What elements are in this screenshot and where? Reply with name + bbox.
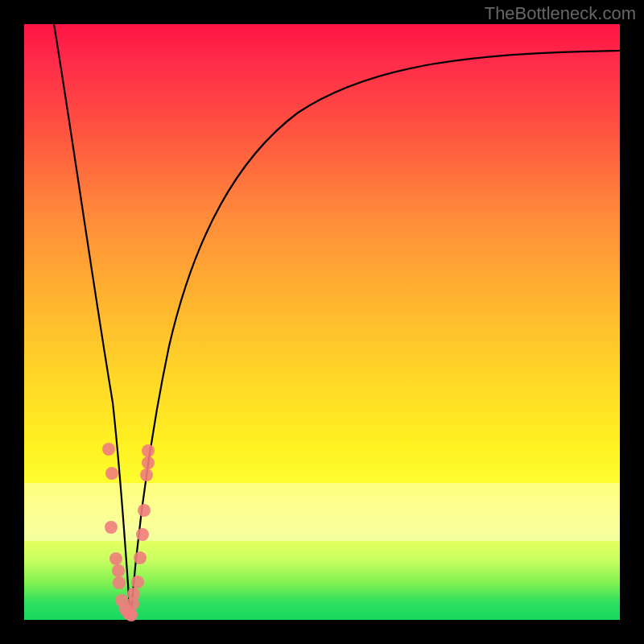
data-point [127,588,140,601]
watermark: TheBottleneck.com [485,3,636,24]
data-point [142,444,155,457]
bottleneck-curve-left [54,24,130,620]
data-point [131,576,144,588]
data-point [142,456,155,469]
data-point [109,552,122,565]
data-point [105,521,118,534]
data-point [134,551,147,564]
chart-frame: TheBottleneck.com [0,0,644,644]
data-point [112,564,125,577]
plot-area [24,24,620,620]
data-point [102,443,115,456]
data-point [125,609,138,621]
data-point [113,576,126,589]
data-point [138,504,151,517]
data-point [136,528,149,541]
data-point [140,469,153,481]
data-point [105,467,118,480]
bottleneck-curve-right [130,51,620,620]
